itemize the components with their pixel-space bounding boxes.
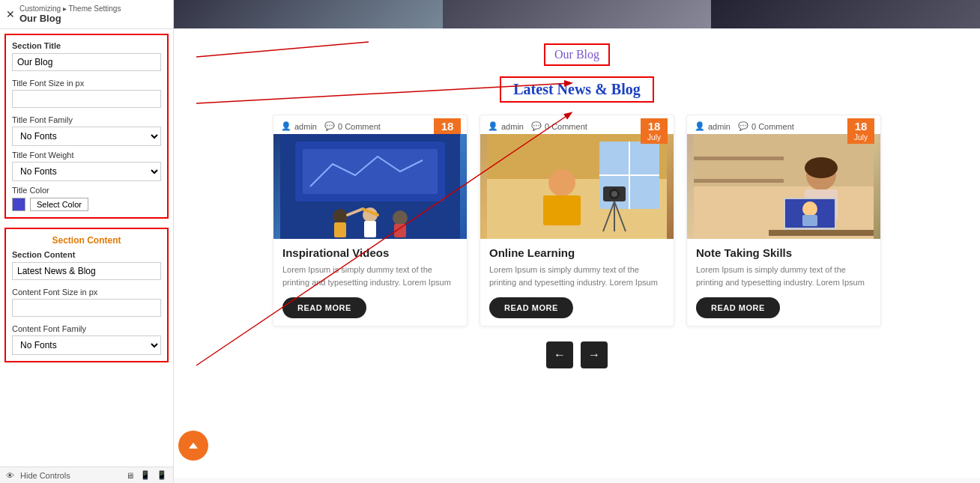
author-label-2: admin — [501, 122, 524, 131]
comment-label-1: 0 Comment — [338, 122, 381, 131]
svg-point-33 — [805, 157, 838, 178]
svg-rect-11 — [394, 224, 406, 237]
comment-icon-3: 💬 — [738, 121, 748, 131]
user-icon-1: 👤 — [281, 121, 291, 131]
banner-image-3 — [711, 0, 980, 28]
next-page-button[interactable]: → — [581, 341, 608, 368]
section-content-label: Section Content — [12, 250, 161, 259]
right-area: Our Blog Latest News & Blog — [174, 0, 980, 483]
hide-controls-label: Hide Controls — [20, 471, 70, 480]
comment-1: 💬 0 Comment — [324, 121, 381, 131]
content-font-size-label: Content Font Size in px — [12, 288, 161, 297]
card-image-svg-1 — [280, 134, 460, 239]
section-content-box: Section Content Section Content Content … — [4, 228, 169, 362]
user-icon-2: 👤 — [488, 121, 498, 131]
card-excerpt-1: Lorem Ipsum is simply dummy text of the … — [282, 264, 458, 288]
card-title-2: Online Learning — [489, 246, 665, 259]
read-more-button-2[interactable]: READ MORE — [489, 297, 573, 318]
comment-2: 💬 0 Comment — [531, 121, 587, 131]
banner-image-1 — [174, 0, 443, 28]
card-image-1 — [273, 134, 467, 239]
hide-controls-bar[interactable]: 👁 Hide Controls 🖥 📱 📱 — [0, 467, 173, 483]
title-font-size-label: Title Font Size in px — [12, 79, 161, 88]
date-badge-3: 18 July — [847, 118, 874, 144]
top-banner — [174, 0, 980, 28]
breadcrumb: Customizing ▸ Theme Settings — [19, 4, 121, 13]
read-more-button-1[interactable]: READ MORE — [282, 297, 366, 318]
blog-cards: 👤 admin 💬 0 Comment 18 July — [196, 115, 958, 326]
card-image-svg-2 — [487, 134, 667, 239]
title-font-family-select[interactable]: No Fonts — [12, 127, 161, 146]
comment-3: 💬 0 Comment — [738, 121, 794, 131]
card-image-2 — [480, 134, 674, 239]
color-swatch — [12, 198, 25, 211]
svg-rect-38 — [802, 215, 817, 226]
title-font-weight-select[interactable]: No Fonts — [12, 162, 161, 181]
svg-point-37 — [802, 201, 817, 216]
comment-label-2: 0 Comment — [545, 122, 587, 131]
main-content: Our Blog Latest News & Blog — [174, 28, 980, 478]
tablet-icon: 📱 — [140, 470, 151, 480]
author-3: 👤 admin — [695, 121, 731, 131]
svg-point-23 — [611, 191, 617, 197]
card-title-1: Inspirational Videos — [282, 246, 458, 259]
comment-icon-1: 💬 — [324, 121, 335, 131]
blog-card-1: 👤 admin 💬 0 Comment 18 July — [273, 115, 468, 326]
monitor-icon: 🖥 — [126, 471, 134, 480]
day-2: 18 — [647, 120, 662, 133]
svg-rect-9 — [364, 221, 376, 237]
author-1: 👤 admin — [281, 121, 317, 131]
comment-label-3: 0 Comment — [751, 122, 794, 131]
card-meta-2: 👤 admin 💬 0 Comment 18 July — [480, 115, 674, 134]
content-font-family-select[interactable]: No Fonts — [12, 335, 161, 355]
card-body-3: Note Taking Skills Lorem Ipsum is simply… — [687, 239, 880, 326]
section-content-input[interactable] — [12, 262, 161, 280]
card-title-3: Note Taking Skills — [696, 246, 871, 259]
select-color-button[interactable]: Select Color — [30, 198, 88, 211]
float-action-button[interactable] — [178, 431, 208, 461]
close-button[interactable]: ✕ — [6, 8, 15, 20]
author-label-1: admin — [294, 122, 317, 131]
prev-page-button[interactable]: ← — [546, 341, 573, 368]
svg-point-10 — [393, 210, 408, 225]
blog-card-3: 👤 admin 💬 0 Comment 18 July — [686, 115, 881, 326]
content-font-size-input[interactable] — [12, 299, 161, 317]
svg-rect-20 — [543, 195, 581, 225]
month-2: July — [647, 133, 662, 142]
day-1: 18 — [440, 120, 455, 133]
user-icon-3: 👤 — [695, 121, 705, 131]
card-image-svg-3 — [694, 134, 874, 239]
card-excerpt-3: Lorem Ipsum is simply dummy text of the … — [696, 264, 871, 288]
banner-image-2 — [443, 0, 712, 28]
svg-point-19 — [548, 169, 575, 196]
title-font-size-input[interactable] — [12, 90, 161, 108]
title-color-row: Select Color — [12, 198, 161, 211]
svg-rect-31 — [694, 179, 784, 183]
comment-icon-2: 💬 — [531, 121, 542, 131]
svg-rect-5 — [303, 149, 438, 194]
svg-rect-7 — [334, 222, 346, 237]
section-title-area: Our Blog Latest News & Blog — [196, 43, 958, 103]
title-font-family-label: Title Font Family — [12, 115, 161, 124]
section-title-box: Section Title Title Font Size in px Titl… — [4, 34, 169, 219]
title-color-label: Title Color — [12, 186, 161, 195]
author-label-3: admin — [708, 122, 731, 131]
read-more-button-3[interactable]: READ MORE — [696, 297, 780, 318]
svg-rect-39 — [769, 230, 874, 236]
section-title-heading: Section Title — [12, 41, 161, 50]
title-font-weight-label: Title Font Weight — [12, 151, 161, 160]
content-font-family-label: Content Font Family — [12, 324, 161, 333]
card-meta-3: 👤 admin 💬 0 Comment 18 July — [687, 115, 880, 134]
panel-title: Our Blog — [19, 13, 121, 24]
svg-rect-30 — [694, 157, 784, 160]
our-blog-label: Our Blog — [544, 43, 610, 66]
pagination: ← → — [196, 341, 958, 368]
hide-controls-icon: 👁 — [6, 471, 14, 480]
latest-news-label: Latest News & Blog — [500, 76, 653, 103]
section-content-heading: Section Content — [12, 235, 161, 246]
phone-icon: 📱 — [157, 470, 167, 480]
day-3: 18 — [853, 120, 868, 133]
left-panel: ✕ Customizing ▸ Theme Settings Our Blog … — [0, 0, 174, 483]
section-title-input[interactable] — [12, 53, 161, 71]
card-body-1: Inspirational Videos Lorem Ipsum is simp… — [273, 239, 467, 326]
